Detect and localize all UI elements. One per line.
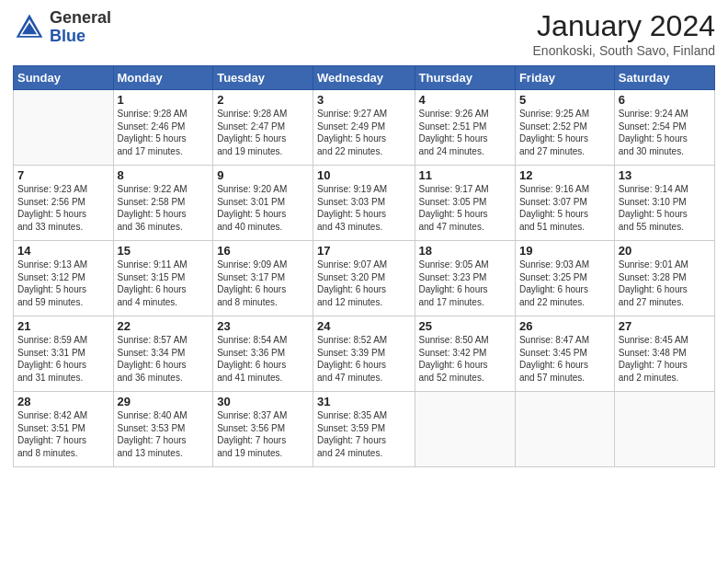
calendar-cell: 11Sunrise: 9:17 AM Sunset: 3:05 PM Dayli…	[415, 166, 515, 241]
day-number: 9	[217, 168, 309, 182]
day-info: Sunrise: 9:28 AM Sunset: 2:47 PM Dayligh…	[217, 108, 309, 157]
day-number: 29	[118, 395, 210, 408]
calendar-cell: 3Sunrise: 9:27 AM Sunset: 2:49 PM Daylig…	[313, 90, 415, 166]
day-info: Sunrise: 8:59 AM Sunset: 3:31 PM Dayligh…	[17, 334, 109, 384]
location: Enonkoski, South Savo, Finland	[533, 43, 715, 58]
calendar-cell	[14, 90, 114, 166]
logo-text: General Blue	[50, 9, 111, 46]
weekday-header-friday: Friday	[515, 66, 614, 90]
day-info: Sunrise: 8:45 AM Sunset: 3:48 PM Dayligh…	[619, 334, 711, 384]
day-number: 17	[317, 244, 410, 258]
weekday-header-saturday: Saturday	[614, 66, 714, 90]
calendar-cell: 28Sunrise: 8:42 AM Sunset: 3:51 PM Dayli…	[14, 392, 114, 467]
day-info: Sunrise: 8:54 AM Sunset: 3:36 PM Dayligh…	[217, 334, 309, 384]
day-number: 10	[317, 168, 410, 182]
calendar-cell: 17Sunrise: 9:07 AM Sunset: 3:20 PM Dayli…	[313, 241, 415, 316]
day-info: Sunrise: 9:17 AM Sunset: 3:05 PM Dayligh…	[419, 183, 511, 233]
calendar-cell: 18Sunrise: 9:05 AM Sunset: 3:23 PM Dayli…	[415, 241, 515, 316]
day-info: Sunrise: 8:57 AM Sunset: 3:34 PM Dayligh…	[118, 334, 210, 384]
day-info: Sunrise: 8:35 AM Sunset: 3:59 PM Dayligh…	[317, 409, 410, 459]
calendar-cell: 31Sunrise: 8:35 AM Sunset: 3:59 PM Dayli…	[313, 392, 415, 467]
calendar-cell: 23Sunrise: 8:54 AM Sunset: 3:36 PM Dayli…	[213, 316, 313, 392]
day-number: 14	[17, 244, 109, 258]
page: General Blue January 2024 Enonkoski, Sou…	[0, 0, 728, 563]
day-info: Sunrise: 8:50 AM Sunset: 3:42 PM Dayligh…	[419, 334, 511, 384]
day-number: 28	[17, 395, 109, 408]
calendar-cell: 22Sunrise: 8:57 AM Sunset: 3:34 PM Dayli…	[113, 316, 213, 392]
calendar-cell: 26Sunrise: 8:47 AM Sunset: 3:45 PM Dayli…	[515, 316, 614, 392]
calendar-cell: 8Sunrise: 9:22 AM Sunset: 2:58 PM Daylig…	[113, 166, 213, 241]
day-number: 18	[419, 244, 511, 258]
day-number: 1	[118, 93, 210, 107]
day-number: 8	[118, 168, 210, 182]
day-info: Sunrise: 8:47 AM Sunset: 3:45 PM Dayligh…	[519, 334, 610, 384]
weekday-header-row: SundayMondayTuesdayWednesdayThursdayFrid…	[14, 66, 715, 90]
calendar-cell: 30Sunrise: 8:37 AM Sunset: 3:56 PM Dayli…	[213, 392, 313, 467]
day-info: Sunrise: 9:26 AM Sunset: 2:51 PM Dayligh…	[419, 108, 511, 157]
logo: General Blue	[13, 9, 111, 46]
logo-general: General	[50, 9, 111, 28]
day-info: Sunrise: 9:16 AM Sunset: 3:07 PM Dayligh…	[519, 183, 610, 233]
day-number: 5	[519, 93, 610, 107]
weekday-header-monday: Monday	[113, 66, 213, 90]
day-info: Sunrise: 8:40 AM Sunset: 3:53 PM Dayligh…	[118, 409, 210, 459]
calendar-cell: 19Sunrise: 9:03 AM Sunset: 3:25 PM Dayli…	[515, 241, 614, 316]
week-row-3: 14Sunrise: 9:13 AM Sunset: 3:12 PM Dayli…	[14, 241, 715, 316]
calendar-cell: 24Sunrise: 8:52 AM Sunset: 3:39 PM Dayli…	[313, 316, 415, 392]
weekday-header-wednesday: Wednesday	[313, 66, 415, 90]
day-number: 2	[217, 93, 309, 107]
day-number: 21	[17, 319, 109, 333]
calendar-cell: 2Sunrise: 9:28 AM Sunset: 2:47 PM Daylig…	[213, 90, 313, 166]
calendar-cell: 4Sunrise: 9:26 AM Sunset: 2:51 PM Daylig…	[415, 90, 515, 166]
day-info: Sunrise: 9:07 AM Sunset: 3:20 PM Dayligh…	[317, 259, 410, 308]
day-info: Sunrise: 9:11 AM Sunset: 3:15 PM Dayligh…	[118, 259, 210, 308]
calendar-cell: 15Sunrise: 9:11 AM Sunset: 3:15 PM Dayli…	[113, 241, 213, 316]
calendar-cell: 7Sunrise: 9:23 AM Sunset: 2:56 PM Daylig…	[14, 166, 114, 241]
calendar-cell: 16Sunrise: 9:09 AM Sunset: 3:17 PM Dayli…	[213, 241, 313, 316]
day-number: 25	[419, 319, 511, 333]
weekday-header-sunday: Sunday	[14, 66, 114, 90]
calendar-cell: 13Sunrise: 9:14 AM Sunset: 3:10 PM Dayli…	[614, 166, 714, 241]
day-number: 11	[419, 168, 511, 182]
week-row-1: 1Sunrise: 9:28 AM Sunset: 2:46 PM Daylig…	[14, 90, 715, 166]
day-info: Sunrise: 9:25 AM Sunset: 2:52 PM Dayligh…	[519, 108, 610, 157]
day-info: Sunrise: 8:42 AM Sunset: 3:51 PM Dayligh…	[17, 409, 109, 459]
day-number: 16	[217, 244, 309, 258]
day-info: Sunrise: 8:37 AM Sunset: 3:56 PM Dayligh…	[217, 409, 309, 459]
day-number: 13	[619, 168, 711, 182]
calendar-cell: 27Sunrise: 8:45 AM Sunset: 3:48 PM Dayli…	[614, 316, 714, 392]
weekday-header-tuesday: Tuesday	[213, 66, 313, 90]
day-info: Sunrise: 9:23 AM Sunset: 2:56 PM Dayligh…	[17, 183, 109, 233]
week-row-5: 28Sunrise: 8:42 AM Sunset: 3:51 PM Dayli…	[14, 392, 715, 467]
day-info: Sunrise: 9:27 AM Sunset: 2:49 PM Dayligh…	[317, 108, 410, 157]
day-info: Sunrise: 8:52 AM Sunset: 3:39 PM Dayligh…	[317, 334, 410, 384]
day-number: 22	[118, 319, 210, 333]
calendar-cell: 10Sunrise: 9:19 AM Sunset: 3:03 PM Dayli…	[313, 166, 415, 241]
day-info: Sunrise: 9:24 AM Sunset: 2:54 PM Dayligh…	[619, 108, 711, 157]
calendar-cell: 29Sunrise: 8:40 AM Sunset: 3:53 PM Dayli…	[113, 392, 213, 467]
day-number: 23	[217, 319, 309, 333]
day-number: 27	[619, 319, 711, 333]
day-number: 4	[419, 93, 511, 107]
logo-icon	[13, 11, 46, 44]
week-row-2: 7Sunrise: 9:23 AM Sunset: 2:56 PM Daylig…	[14, 166, 715, 241]
calendar-cell: 1Sunrise: 9:28 AM Sunset: 2:46 PM Daylig…	[113, 90, 213, 166]
day-info: Sunrise: 9:22 AM Sunset: 2:58 PM Dayligh…	[118, 183, 210, 233]
day-number: 31	[317, 395, 410, 408]
day-info: Sunrise: 9:03 AM Sunset: 3:25 PM Dayligh…	[519, 259, 610, 308]
calendar-cell: 25Sunrise: 8:50 AM Sunset: 3:42 PM Dayli…	[415, 316, 515, 392]
day-info: Sunrise: 9:13 AM Sunset: 3:12 PM Dayligh…	[17, 259, 109, 308]
day-number: 19	[519, 244, 610, 258]
calendar-cell	[614, 392, 714, 467]
calendar-cell	[415, 392, 515, 467]
day-number: 20	[619, 244, 711, 258]
day-number: 26	[519, 319, 610, 333]
calendar-cell: 6Sunrise: 9:24 AM Sunset: 2:54 PM Daylig…	[614, 90, 714, 166]
week-row-4: 21Sunrise: 8:59 AM Sunset: 3:31 PM Dayli…	[14, 316, 715, 392]
day-info: Sunrise: 9:14 AM Sunset: 3:10 PM Dayligh…	[619, 183, 711, 233]
calendar-cell: 12Sunrise: 9:16 AM Sunset: 3:07 PM Dayli…	[515, 166, 614, 241]
calendar-cell: 14Sunrise: 9:13 AM Sunset: 3:12 PM Dayli…	[14, 241, 114, 316]
header: General Blue January 2024 Enonkoski, Sou…	[13, 9, 715, 58]
day-number: 15	[118, 244, 210, 258]
calendar-cell: 20Sunrise: 9:01 AM Sunset: 3:28 PM Dayli…	[614, 241, 714, 316]
